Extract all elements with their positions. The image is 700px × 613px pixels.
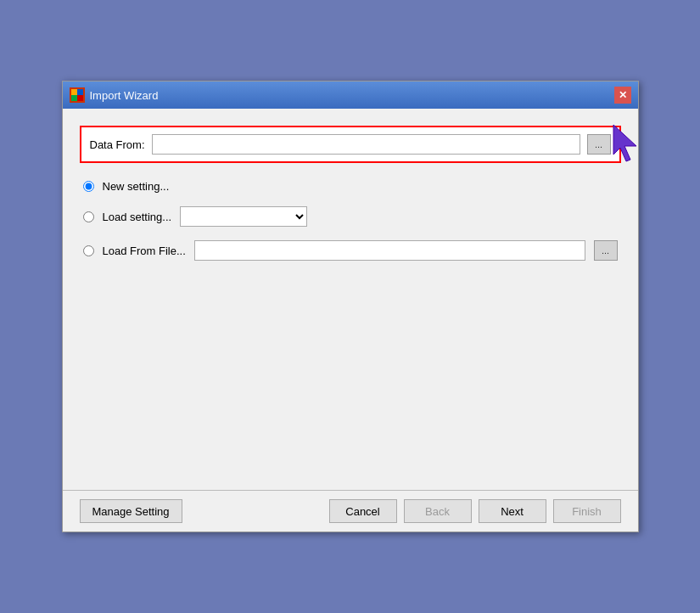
footer-left: Manage Setting [80,499,182,523]
data-from-section: Data From: ... [80,126,621,163]
app-icon [70,87,85,103]
data-from-browse-button[interactable]: ... [587,134,611,155]
footer-right: Cancel Back Next Finish [329,499,621,523]
dialog-content: Data From: ... New setting... Load setti… [63,109,638,490]
new-setting-radio[interactable] [83,181,94,192]
cancel-button[interactable]: Cancel [329,499,397,523]
new-setting-row: New setting... [83,180,618,193]
title-bar-left: Import Wizard [70,87,159,103]
load-from-file-row: Load From File... ... [83,240,618,261]
cursor-icon [609,121,643,163]
options-section: New setting... Load setting... Load From… [80,180,621,261]
new-setting-label: New setting... [103,180,170,193]
empty-space [80,261,621,481]
title-bar: Import Wizard ✕ [63,82,638,109]
svg-rect-3 [71,95,77,101]
dialog-title: Import Wizard [90,89,159,102]
load-from-file-browse-button[interactable]: ... [594,240,618,261]
back-button[interactable]: Back [404,499,472,523]
svg-rect-4 [77,95,83,101]
load-from-file-input[interactable] [194,240,585,261]
manage-setting-button[interactable]: Manage Setting [80,499,182,523]
svg-rect-2 [77,89,83,95]
finish-button[interactable]: Finish [553,499,621,523]
load-setting-dropdown[interactable] [180,206,307,227]
next-button[interactable]: Next [479,499,546,523]
close-button[interactable]: ✕ [614,87,631,104]
dialog-footer: Manage Setting Cancel Back Next Finish [63,490,638,531]
load-from-file-radio[interactable] [83,245,94,256]
load-from-file-label: Load From File... [103,245,186,257]
load-setting-radio[interactable] [83,211,94,222]
data-from-label: Data From: [90,138,145,151]
svg-rect-1 [71,89,77,95]
svg-marker-5 [613,125,636,161]
load-setting-row: Load setting... [83,206,618,227]
load-setting-label: Load setting... [103,211,172,223]
import-wizard-dialog: Import Wizard ✕ Data From: ... New setti… [62,81,639,532]
data-from-input[interactable] [152,134,580,155]
